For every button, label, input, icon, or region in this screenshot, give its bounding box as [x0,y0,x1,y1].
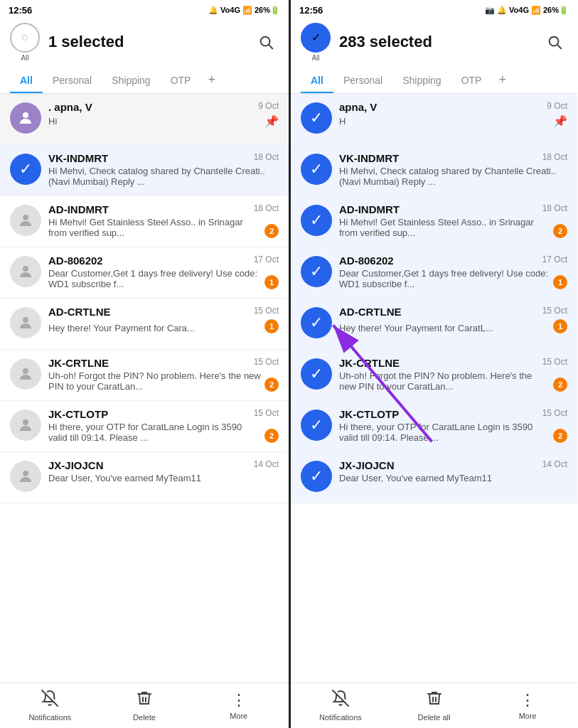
pin-icon-apna-left: 📌 [264,114,279,128]
email-content-ad806-left: AD-806202 17 Oct Dear Customer,Get 1 day… [48,255,279,289]
tab-personal-left[interactable]: Personal [43,69,102,93]
more-button-right[interactable]: ⋮ More [481,687,574,724]
tab-otp-right[interactable]: OTP [451,69,492,93]
email-date-jkcrtlne-right: 15 Oct [542,357,567,367]
email-sender-vk-right: VK-INDMRT [339,152,399,164]
email-item-ad806-left[interactable]: AD-806202 17 Oct Dear Customer,Get 1 day… [0,247,289,299]
email-item-jkctlotp-left[interactable]: JK-CTLOTP 15 Oct Hi there, your OTP for … [0,401,289,452]
delete-all-button-right[interactable]: Delete all [387,685,481,726]
email-content-jxjio-right: JX-JIOJCN 14 Oct Dear User, You've earne… [339,459,567,483]
email-item-ad-indmrt-right[interactable]: ✓ AD-INDMRT 18 Oct Hi Mehvi! Get Stainle… [291,196,577,247]
email-preview-jkcrtlne-right: Uh-oh! Forgot the PIN? No problem. Here'… [339,370,550,392]
email-date-ad-indmrt-right: 18 Oct [542,203,567,213]
tab-personal-right[interactable]: Personal [333,69,392,93]
email-item-ad-indmrt-left[interactable]: AD-INDMRT 18 Oct Hi Mehvi! Get Stainless… [0,196,289,247]
more-button-left[interactable]: ⋮ More [191,687,286,724]
alarm-icon: 🔔 [208,6,218,15]
email-preview-ad806-right: Dear Customer,Get 1 days free delivery! … [339,268,550,289]
email-item-vk-left[interactable]: ✓ VK-INDMRT 18 Oct Hi Mehvi, Check catal… [0,145,289,196]
signal-icon-right: 📶 [531,6,541,15]
email-item-jkctlotp-right[interactable]: ✓ JK-CTLOTP 15 Oct Hi there, your OTP fo… [291,401,577,452]
email-sender-adcrtlne-right: AD-CRTLNE [339,306,402,318]
svg-point-7 [23,419,28,425]
email-sender-ad-indmrt-right: AD-INDMRT [339,203,400,215]
email-content-jkctlotp-right: JK-CTLOTP 15 Oct Hi there, your OTP for … [339,408,567,443]
email-content-adcrtlne-left: AD-CRTLNE 15 Oct Hey there! Your Payment… [48,306,279,333]
badge-jkcrtlne-left: 2 [264,378,279,392]
avatar-ad-indmrt-right: ✓ [301,205,332,236]
email-preview-apna-left: Hi [48,116,57,127]
email-date-jkctlotp-left: 15 Oct [254,408,279,418]
email-sender-jkctlotp-right: JK-CTLOTP [339,408,399,420]
email-item-jxjio-right[interactable]: ✓ JX-JIOJCN 14 Oct Dear User, You've ear… [291,452,577,503]
tab-all-right[interactable]: All [301,69,333,93]
select-all-label-left: All [21,54,28,62]
select-all-wrapper-right[interactable]: ✓ All [301,23,331,62]
avatar-ad-indmrt-left [10,205,41,236]
search-button-left[interactable] [253,29,279,55]
check-icon-jxjio-right: ✓ [310,467,323,486]
tab-add-left[interactable]: + [200,67,223,93]
notifications-label-right: Notifications [319,713,362,722]
email-preview-vk-left: Hi Mehvi, Check catalog shared by Chante… [48,166,279,187]
email-preview-jkctlotp-left: Hi there, your OTP for CaratLane Login i… [48,422,262,443]
svg-point-2 [23,112,28,118]
select-all-circle-left[interactable]: ○ [10,23,40,53]
email-content-jkcrtlne-right: JK-CRTLNE 15 Oct Uh-oh! Forgot the PIN? … [339,357,567,392]
time-left: 12:56 [9,5,32,16]
wifi-icon-right: Vo4G [509,6,529,14]
tab-add-right[interactable]: + [491,67,513,93]
search-button-right[interactable] [542,29,567,55]
svg-point-3 [23,215,28,220]
email-content-ad806-right: AD-806202 17 Oct Dear Customer,Get 1 day… [339,255,567,289]
email-preview-ad-indmrt-left: Hi Mehvi! Get Stainless Steel Asso.. in … [48,217,262,238]
email-item-adcrtlne-right[interactable]: ✓ AD-CRTLNE 15 Oct Hey there! Your Payme… [291,299,577,350]
status-icons-right: 📷 🔔 Vo4G 📶 26%🔋 [485,6,569,15]
notifications-button-right[interactable]: Notifications [294,685,387,726]
email-item-adcrtlne-left[interactable]: AD-CRTLNE 15 Oct Hey there! Your Payment… [0,299,289,350]
email-item-apna-right[interactable]: ✓ apna, V 9 Oct H 📌 [291,94,577,145]
wifi-icon: Vo4G [220,6,240,14]
email-item-ad806-right[interactable]: ✓ AD-806202 17 Oct Dear Customer,Get 1 d… [291,247,577,299]
delete-button-left[interactable]: Delete [97,685,192,726]
svg-point-8 [23,471,28,476]
email-item-apna-left[interactable]: . apna, V 9 Oct Hi 📌 [0,94,289,145]
tab-all-left[interactable]: All [10,69,43,93]
select-all-wrapper-left[interactable]: ○ All [10,23,40,62]
right-panel: 12:56 📷 🔔 Vo4G 📶 26%🔋 ✓ All 283 selected… [289,0,577,728]
pin-icon-apna-right: 📌 [553,114,567,128]
email-preview-jxjio-right: Dear User, You've earned MyTeam11 [339,473,567,483]
check-icon-all-right: ✓ [311,31,321,44]
email-date-adcrtlne-left: 15 Oct [254,306,279,316]
person-icon-left: ○ [21,30,29,45]
more-icon-left: ⋮ [231,691,247,710]
camera-icon: 📷 [485,6,495,15]
email-item-jkcrtlne-left[interactable]: JK-CRTLNE 15 Oct Uh-oh! Forgot the PIN? … [0,350,289,401]
email-item-vk-right[interactable]: ✓ VK-INDMRT 18 Oct Hi Mehvi, Check catal… [291,145,577,196]
delete-all-label-right: Delete all [418,713,451,722]
email-preview-apna-right: H [339,116,346,127]
battery-icon-right: 26%🔋 [543,6,569,15]
battery-icon: 26%🔋 [255,6,280,15]
status-icons-left: 🔔 Vo4G 📶 26%🔋 [208,6,280,15]
avatar-ad806-left [10,256,41,287]
tab-otp-left[interactable]: OTP [161,69,201,93]
badge-jkctlotp-right: 2 [553,429,567,443]
notifications-button-left[interactable]: Notifications [3,685,97,726]
email-sender-jkcrtlne-right: JK-CRTLNE [339,357,400,369]
email-sender-jkctlotp-left: JK-CTLOTP [48,408,108,420]
avatar-jkctlotp-left [10,410,41,441]
avatar-jkcrtlne-left [10,358,41,390]
email-sender-jxjio-left: JX-JIOJCN [48,459,104,471]
status-bar-right: 12:56 📷 🔔 Vo4G 📶 26%🔋 [291,0,577,20]
select-all-circle-right[interactable]: ✓ [301,23,331,53]
email-item-jkcrtlne-right[interactable]: ✓ JK-CRTLNE 15 Oct Uh-oh! Forgot the PIN… [291,350,577,401]
more-label-right: More [519,712,537,720]
email-item-jxjio-left[interactable]: JX-JIOJCN 14 Oct Dear User, You've earne… [0,452,289,503]
avatar-jxjio-right: ✓ [301,461,332,492]
tab-shipping-left[interactable]: Shipping [102,69,161,93]
email-content-apna-left: . apna, V 9 Oct Hi 📌 [48,101,279,128]
top-bar-left: ○ All 1 selected [0,20,289,64]
tab-shipping-right[interactable]: Shipping [392,69,451,93]
email-content-jkctlotp-left: JK-CTLOTP 15 Oct Hi there, your OTP for … [48,408,279,443]
